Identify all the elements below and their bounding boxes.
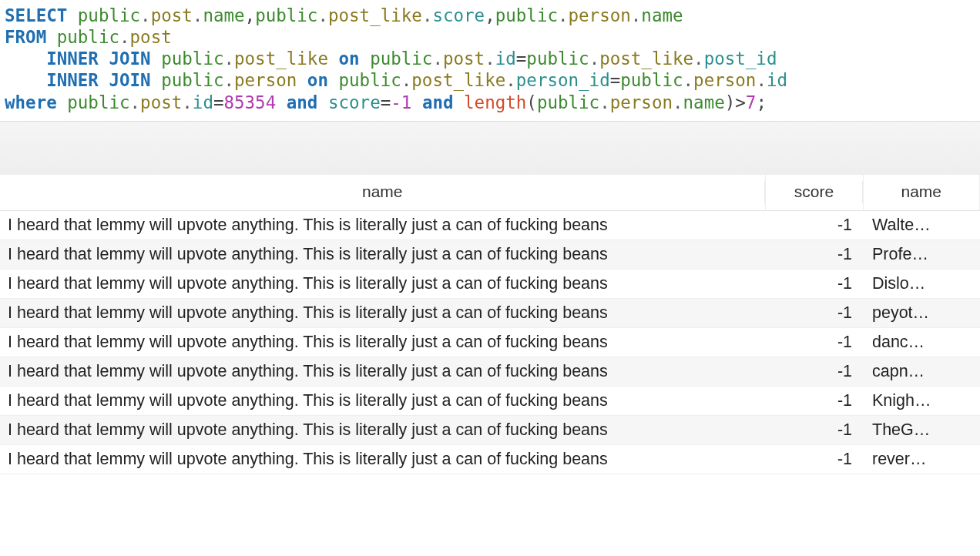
cell-score[interactable]: -1 bbox=[765, 327, 863, 357]
sql-editor[interactable]: SELECT public.post.name,public.post_like… bbox=[0, 0, 980, 121]
sql-ident: post bbox=[151, 5, 193, 25]
table-row[interactable]: I heard that lemmy will upvote anything.… bbox=[0, 298, 980, 327]
sql-dot: . bbox=[683, 70, 694, 90]
sql-keyword-select: SELECT bbox=[5, 5, 67, 25]
sql-dot: . bbox=[223, 70, 234, 90]
cell-post-name[interactable]: I heard that lemmy will upvote anything.… bbox=[0, 210, 765, 239]
cell-post-name[interactable]: I heard that lemmy will upvote anything.… bbox=[0, 357, 765, 386]
cell-person-name[interactable]: TheG… bbox=[863, 415, 980, 444]
cell-post-name[interactable]: I heard that lemmy will upvote anything.… bbox=[0, 327, 765, 357]
cell-post-name[interactable]: I heard that lemmy will upvote anything.… bbox=[0, 386, 765, 415]
sql-ident: id bbox=[495, 49, 516, 69]
cell-post-name[interactable]: I heard that lemmy will upvote anything.… bbox=[0, 298, 765, 327]
cell-score[interactable]: -1 bbox=[765, 298, 863, 327]
sql-ident: post bbox=[130, 27, 172, 47]
sql-dot: . bbox=[432, 49, 443, 69]
cell-person-name[interactable]: capn… bbox=[863, 357, 980, 386]
sql-comma: , bbox=[245, 5, 256, 25]
sql-function-length: length bbox=[464, 92, 526, 112]
column-header-name[interactable]: name bbox=[0, 175, 765, 211]
table-row[interactable]: I heard that lemmy will upvote anything.… bbox=[0, 357, 980, 386]
sql-ident: post bbox=[140, 92, 182, 112]
sql-ident: person bbox=[234, 70, 297, 90]
table-row[interactable]: I heard that lemmy will upvote anything.… bbox=[0, 327, 980, 357]
results-table: name score name I heard that lemmy will … bbox=[0, 175, 980, 474]
sql-ident: person_id bbox=[516, 70, 610, 90]
cell-post-name[interactable]: I heard that lemmy will upvote anything.… bbox=[0, 239, 765, 269]
sql-operator-eq: = bbox=[381, 92, 391, 112]
sql-ident: public bbox=[620, 70, 683, 90]
sql-ident: post_like bbox=[411, 70, 505, 90]
cell-person-name[interactable]: peyot… bbox=[863, 298, 980, 327]
sql-operator-eq: = bbox=[610, 70, 621, 90]
sql-ident: public bbox=[67, 92, 129, 112]
cell-person-name[interactable]: Profe… bbox=[863, 239, 980, 269]
sql-operator-gt: > bbox=[735, 92, 746, 112]
sql-ident: public bbox=[537, 92, 599, 112]
sql-ident: public bbox=[495, 5, 558, 25]
cell-person-name[interactable]: danc… bbox=[863, 327, 980, 357]
sql-ident: public bbox=[161, 70, 223, 90]
sql-dot: . bbox=[317, 5, 328, 25]
cell-post-name[interactable]: I heard that lemmy will upvote anything.… bbox=[0, 415, 765, 444]
sql-ident: person bbox=[569, 5, 631, 25]
sql-ident: name bbox=[683, 92, 725, 112]
sql-ident: public bbox=[78, 5, 140, 25]
sql-ident: score bbox=[432, 5, 485, 25]
sql-dot: . bbox=[193, 5, 203, 25]
sql-dot: . bbox=[223, 49, 234, 69]
sql-ident: public bbox=[161, 49, 223, 69]
sql-paren-open: ( bbox=[526, 92, 537, 112]
sql-dot: . bbox=[693, 49, 704, 69]
cell-score[interactable]: -1 bbox=[765, 386, 863, 415]
sql-keyword-inner-join: INNER JOIN bbox=[46, 70, 150, 90]
sql-ident: post_like bbox=[328, 5, 422, 25]
cell-person-name[interactable]: rever… bbox=[863, 444, 980, 474]
cell-post-name[interactable]: I heard that lemmy will upvote anything.… bbox=[0, 269, 765, 298]
table-row[interactable]: I heard that lemmy will upvote anything.… bbox=[0, 415, 980, 444]
sql-ident: name bbox=[203, 5, 244, 25]
sql-ident: post_like bbox=[599, 49, 693, 69]
sql-dot: . bbox=[401, 70, 412, 90]
sql-keyword-where: where bbox=[5, 92, 57, 112]
sql-dot: . bbox=[182, 92, 193, 112]
sql-operator-eq: = bbox=[516, 49, 527, 69]
cell-person-name[interactable]: Knigh… bbox=[863, 386, 980, 415]
sql-indent bbox=[5, 70, 46, 90]
cell-score[interactable]: -1 bbox=[765, 444, 863, 474]
cell-score[interactable]: -1 bbox=[765, 269, 863, 298]
sql-ident: name bbox=[641, 5, 683, 25]
cell-person-name[interactable]: Dislo… bbox=[863, 269, 980, 298]
sql-ident: id bbox=[193, 92, 213, 112]
column-header-score[interactable]: score bbox=[765, 175, 863, 211]
cell-person-name[interactable]: Walte… bbox=[863, 210, 980, 239]
table-row[interactable]: I heard that lemmy will upvote anything.… bbox=[0, 269, 980, 298]
cell-post-name[interactable]: I heard that lemmy will upvote anything.… bbox=[0, 444, 765, 474]
cell-score[interactable]: -1 bbox=[765, 210, 863, 239]
sql-dot: . bbox=[422, 5, 433, 25]
sql-dot: . bbox=[140, 5, 151, 25]
sql-number: 85354 bbox=[223, 92, 276, 112]
cell-score[interactable]: -1 bbox=[765, 357, 863, 386]
column-header-person-name[interactable]: name bbox=[863, 175, 980, 211]
results-header-row: name score name bbox=[0, 175, 980, 211]
toolbar-band bbox=[0, 121, 980, 175]
cell-score[interactable]: -1 bbox=[765, 239, 863, 269]
sql-ident: score bbox=[328, 92, 381, 112]
sql-ident: public bbox=[370, 49, 432, 69]
table-row[interactable]: I heard that lemmy will upvote anything.… bbox=[0, 210, 980, 239]
sql-keyword-and: and bbox=[422, 92, 454, 112]
sql-ident: person bbox=[693, 70, 756, 90]
sql-ident: public bbox=[339, 70, 401, 90]
table-row[interactable]: I heard that lemmy will upvote anything.… bbox=[0, 444, 980, 474]
sql-dot: . bbox=[599, 92, 610, 112]
sql-comma: , bbox=[485, 5, 495, 25]
cell-score[interactable]: -1 bbox=[765, 415, 863, 444]
sql-paren-close: ) bbox=[725, 92, 736, 112]
table-row[interactable]: I heard that lemmy will upvote anything.… bbox=[0, 239, 980, 269]
table-row[interactable]: I heard that lemmy will upvote anything.… bbox=[0, 386, 980, 415]
sql-dot: . bbox=[558, 5, 569, 25]
sql-keyword-and: and bbox=[287, 92, 318, 112]
sql-dot: . bbox=[673, 92, 683, 112]
sql-dot: . bbox=[485, 49, 495, 69]
